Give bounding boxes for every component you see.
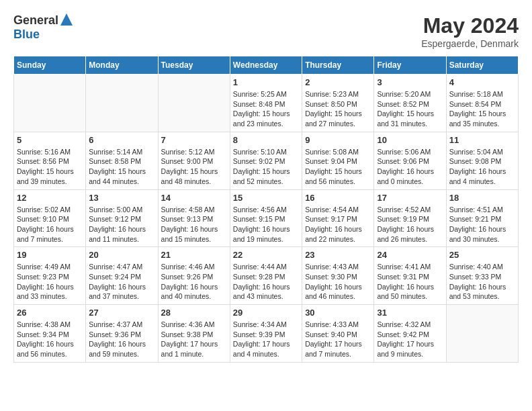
daylight-info: and 43 minutes. <box>233 291 299 302</box>
calendar-cell <box>158 75 230 132</box>
sunset-info: Sunset: 9:08 PM <box>449 156 515 167</box>
daylight-info: and 30 minutes. <box>449 234 515 244</box>
daylight-info: and 53 minutes. <box>449 291 515 302</box>
sunrise-info: Sunrise: 4:37 AM <box>89 320 154 330</box>
calendar-cell: 4Sunrise: 5:18 AMSunset: 8:54 PMDaylight… <box>446 75 518 132</box>
sunrise-info: Sunrise: 4:36 AM <box>161 320 227 330</box>
daylight-info: and 4 minutes. <box>449 177 515 187</box>
sunset-info: Sunset: 9:42 PM <box>377 330 443 340</box>
daylight-info: Daylight: 16 hours <box>233 282 299 292</box>
logo-general: General <box>13 14 58 28</box>
day-number: 27 <box>89 308 154 318</box>
calendar-cell: 19Sunrise: 4:49 AMSunset: 9:23 PMDayligh… <box>14 247 86 305</box>
calendar-cell: 7Sunrise: 5:12 AMSunset: 9:00 PMDaylight… <box>158 132 230 189</box>
daylight-info: and 27 minutes. <box>305 119 371 129</box>
daylight-info: and 1 minute. <box>161 349 227 359</box>
daylight-info: and 4 minutes. <box>233 349 299 359</box>
day-number: 5 <box>17 135 83 145</box>
calendar-cell: 16Sunrise: 4:54 AMSunset: 9:17 PMDayligh… <box>302 189 374 247</box>
sunrise-info: Sunrise: 5:18 AM <box>449 89 515 99</box>
logo-blue: Blue <box>13 28 73 42</box>
daylight-info: Daylight: 15 hours <box>305 167 371 177</box>
daylight-info: and 56 minutes. <box>305 177 371 187</box>
daylight-info: Daylight: 16 hours <box>305 224 371 234</box>
daylight-info: Daylight: 16 hours <box>377 224 443 234</box>
weekday-header: Sunday <box>14 56 86 75</box>
calendar-cell: 22Sunrise: 4:44 AMSunset: 9:28 PMDayligh… <box>230 247 302 305</box>
daylight-info: Daylight: 16 hours <box>377 167 443 177</box>
daylight-info: Daylight: 16 hours <box>161 224 227 234</box>
daylight-info: and 33 minutes. <box>17 291 83 302</box>
daylight-info: Daylight: 16 hours <box>377 282 443 292</box>
daylight-info: Daylight: 15 hours <box>449 109 515 119</box>
sunset-info: Sunset: 9:28 PM <box>233 272 299 282</box>
daylight-info: and 35 minutes. <box>449 119 515 129</box>
calendar-week-row: 26Sunrise: 4:38 AMSunset: 9:34 PMDayligh… <box>14 305 519 363</box>
sunrise-info: Sunrise: 5:25 AM <box>233 89 299 99</box>
daylight-info: Daylight: 16 hours <box>161 282 227 292</box>
daylight-info: Daylight: 16 hours <box>17 339 83 349</box>
sunset-info: Sunset: 9:00 PM <box>161 156 227 167</box>
daylight-info: and 7 minutes. <box>305 349 371 359</box>
daylight-info: Daylight: 16 hours <box>305 282 371 292</box>
calendar-cell: 5Sunrise: 5:16 AMSunset: 8:56 PMDaylight… <box>14 132 86 189</box>
day-number: 24 <box>377 250 443 260</box>
calendar-cell: 9Sunrise: 5:08 AMSunset: 9:04 PMDaylight… <box>302 132 374 189</box>
location: Espergaerde, Denmark <box>421 38 519 49</box>
calendar-cell: 28Sunrise: 4:36 AMSunset: 9:38 PMDayligh… <box>158 305 230 363</box>
daylight-info: and 31 minutes. <box>377 119 443 129</box>
sunrise-info: Sunrise: 4:54 AM <box>305 205 371 215</box>
month-title: May 2024 <box>421 13 519 38</box>
sunset-info: Sunset: 8:56 PM <box>17 156 83 167</box>
sunset-info: Sunset: 9:13 PM <box>161 214 227 224</box>
sunrise-info: Sunrise: 4:32 AM <box>377 320 443 330</box>
daylight-info: and 46 minutes. <box>305 291 371 302</box>
daylight-info: and 22 minutes. <box>305 234 371 244</box>
day-number: 8 <box>233 135 299 145</box>
daylight-info: and 50 minutes. <box>377 291 443 302</box>
sunrise-info: Sunrise: 4:52 AM <box>377 205 443 215</box>
weekday-header: Friday <box>374 56 446 75</box>
daylight-info: and 15 minutes. <box>161 234 227 244</box>
sunset-info: Sunset: 9:04 PM <box>305 156 371 167</box>
day-number: 9 <box>305 135 371 145</box>
calendar-cell <box>446 305 518 363</box>
day-number: 4 <box>449 77 515 87</box>
day-number: 6 <box>89 135 154 145</box>
daylight-info: Daylight: 16 hours <box>89 224 154 234</box>
daylight-info: Daylight: 16 hours <box>89 339 154 349</box>
calendar-cell: 8Sunrise: 5:10 AMSunset: 9:02 PMDaylight… <box>230 132 302 189</box>
daylight-info: and 11 minutes. <box>89 234 154 244</box>
sunrise-info: Sunrise: 4:40 AM <box>449 262 515 272</box>
sunrise-info: Sunrise: 5:20 AM <box>377 89 443 99</box>
sunrise-info: Sunrise: 5:06 AM <box>377 147 443 157</box>
sunset-info: Sunset: 9:17 PM <box>305 214 371 224</box>
daylight-info: Daylight: 16 hours <box>17 282 83 292</box>
calendar-cell: 27Sunrise: 4:37 AMSunset: 9:36 PMDayligh… <box>86 305 158 363</box>
sunrise-info: Sunrise: 4:56 AM <box>233 205 299 215</box>
daylight-info: Daylight: 15 hours <box>89 167 154 177</box>
sunset-info: Sunset: 9:21 PM <box>449 214 515 224</box>
weekday-header: Wednesday <box>230 56 302 75</box>
sunrise-info: Sunrise: 5:02 AM <box>17 205 83 215</box>
day-number: 12 <box>17 193 83 203</box>
calendar-table: SundayMondayTuesdayWednesdayThursdayFrid… <box>13 56 519 363</box>
sunset-info: Sunset: 8:50 PM <box>305 99 371 109</box>
daylight-info: Daylight: 16 hours <box>89 282 154 292</box>
sunrise-info: Sunrise: 4:34 AM <box>233 320 299 330</box>
sunset-info: Sunset: 9:15 PM <box>233 214 299 224</box>
daylight-info: Daylight: 17 hours <box>305 339 371 349</box>
calendar-cell: 24Sunrise: 4:41 AMSunset: 9:31 PMDayligh… <box>374 247 446 305</box>
day-number: 26 <box>17 308 83 318</box>
daylight-info: Daylight: 16 hours <box>449 282 515 292</box>
daylight-info: Daylight: 17 hours <box>233 339 299 349</box>
daylight-info: and 40 minutes. <box>161 291 227 302</box>
daylight-info: and 7 minutes. <box>17 234 83 244</box>
calendar-cell: 15Sunrise: 4:56 AMSunset: 9:15 PMDayligh… <box>230 189 302 247</box>
calendar-week-row: 1Sunrise: 5:25 AMSunset: 8:48 PMDaylight… <box>14 75 519 132</box>
svg-marker-0 <box>60 13 73 26</box>
sunrise-info: Sunrise: 5:16 AM <box>17 147 83 157</box>
sunset-info: Sunset: 9:26 PM <box>161 272 227 282</box>
day-number: 16 <box>305 193 371 203</box>
daylight-info: and 39 minutes. <box>17 177 83 187</box>
